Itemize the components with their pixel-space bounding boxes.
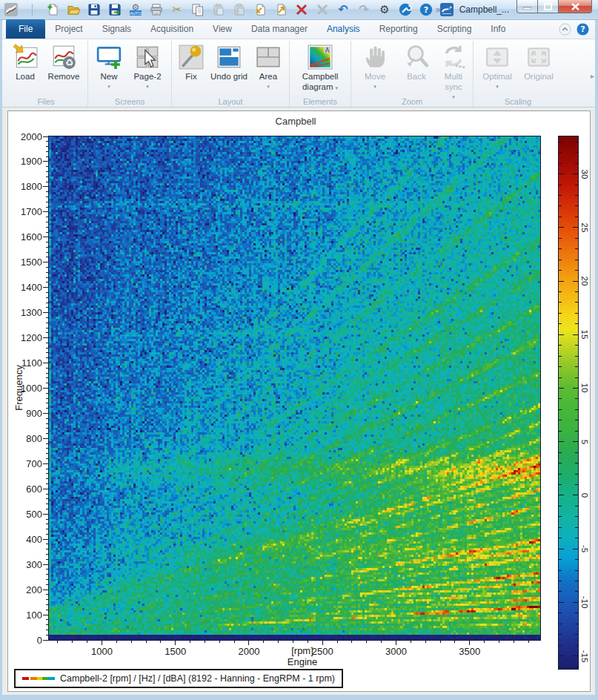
colorbar-tick <box>559 152 562 153</box>
colorbar-tick <box>575 217 578 217</box>
y-tick <box>46 247 49 248</box>
y-tick <box>46 503 49 504</box>
colorbar-tick <box>575 260 578 260</box>
y-tick <box>46 343 49 343</box>
toolbar-dropdown-caret[interactable]: ▾ <box>448 5 451 12</box>
colorbar-tick <box>559 624 562 624</box>
delete-gray-icon[interactable] <box>316 3 329 16</box>
x-tick <box>484 640 485 643</box>
colorbar-tick <box>559 570 562 571</box>
x-tick <box>205 640 205 643</box>
page-2-button[interactable]: Page-2 ▾ <box>127 43 168 89</box>
y-tick <box>46 252 49 253</box>
delete-icon[interactable] <box>295 3 308 16</box>
colorbar-tick <box>559 323 562 324</box>
multi-sync-button[interactable]: Multi sync ▾ <box>437 43 470 99</box>
load-button[interactable]: Load <box>7 43 43 83</box>
undo-icon[interactable]: ↶ <box>336 3 350 16</box>
dropdown-caret: ▾ <box>373 85 376 88</box>
y-tick-label: 300 <box>10 559 42 570</box>
redo-icon[interactable]: ↷ <box>357 3 371 16</box>
help-icon[interactable]: ? <box>577 23 589 36</box>
tab-reporting[interactable]: Reporting <box>370 20 428 39</box>
colorbar-tick <box>575 591 578 592</box>
tab-view[interactable]: View <box>203 20 242 39</box>
move-button[interactable]: Move ▾ <box>354 43 396 89</box>
remove-button[interactable]: ♻ Remove <box>43 43 84 83</box>
area-button[interactable]: Area ▾ <box>250 43 286 89</box>
export-icon[interactable] <box>274 3 288 16</box>
dropdown-caret[interactable]: ▾ <box>267 85 270 88</box>
undo-grid-button[interactable]: Undo grid <box>207 43 250 83</box>
help-icon[interactable]: ? <box>419 3 433 16</box>
tab-scripting[interactable]: Scripting <box>428 20 482 39</box>
area-grid-icon <box>255 44 282 70</box>
x-axis-name: Engine <box>273 656 332 667</box>
cut-icon[interactable]: ✂ <box>170 3 184 16</box>
fix-button[interactable]: Fix <box>175 43 207 83</box>
tools-icon[interactable] <box>399 3 412 16</box>
zoom-back-button[interactable]: Back <box>396 43 437 83</box>
tab-file[interactable]: File <box>6 19 45 39</box>
x-tick <box>87 640 87 643</box>
paste-special-icon[interactable] <box>233 3 246 16</box>
colorbar-tick <box>559 581 562 581</box>
print-icon[interactable] <box>150 3 163 16</box>
viewer-icon[interactable] <box>440 3 454 16</box>
colorbar-tick <box>575 474 578 475</box>
tab-acquisition[interactable]: Acquisition <box>141 20 203 39</box>
paste-icon[interactable] <box>212 3 225 16</box>
x-tick <box>351 640 352 643</box>
tab-signals[interactable]: Signals <box>93 20 141 39</box>
dropdown-caret[interactable]: ▾ <box>107 85 110 88</box>
save-as-icon[interactable] <box>108 3 122 16</box>
y-tick <box>46 624 49 625</box>
original-button[interactable]: Original <box>518 43 559 83</box>
x-tick <box>381 640 382 643</box>
y-tick-label: 600 <box>10 483 42 495</box>
button-label: Back <box>407 72 426 81</box>
y-tick <box>43 388 49 389</box>
open-file-icon[interactable] <box>67 3 80 16</box>
tab-analysis[interactable]: Analysis <box>317 20 370 39</box>
collapse-ribbon-icon[interactable] <box>559 23 571 36</box>
y-tick-label: 1900 <box>10 156 42 167</box>
y-tick <box>46 267 49 268</box>
dropdown-caret[interactable]: ▾ <box>336 85 339 90</box>
colorbar-tick <box>575 581 578 581</box>
settings-icon[interactable]: ⚙ <box>378 3 391 16</box>
close-button[interactable] <box>559 0 592 13</box>
x-tick <box>425 640 426 643</box>
app-logo-icon[interactable] <box>4 3 18 16</box>
legend-box[interactable]: Campbell-2 [rpm] / [Hz] / [dBA] (8192 - … <box>14 669 343 688</box>
ribbon-more-arrow[interactable]: ▸ <box>591 72 594 80</box>
colorbar-tick <box>575 398 578 399</box>
minimize-button[interactable] <box>516 0 538 13</box>
colorbar-tick <box>575 270 578 271</box>
auto-save-icon[interactable]: ⚙AUTO <box>129 3 142 16</box>
y-tick <box>46 323 49 323</box>
y-tick <box>46 217 49 217</box>
y-tick <box>46 332 49 333</box>
y-tick-label: 1700 <box>10 206 42 217</box>
optimal-button[interactable]: Optimal ▾ <box>476 43 518 89</box>
campbell-diagram-button[interactable]: A Campbell diagram▾ <box>293 43 348 93</box>
dropdown-caret[interactable]: ▾ <box>146 85 149 88</box>
x-tick <box>293 640 293 643</box>
tab-project[interactable]: Project <box>45 20 92 39</box>
y-tick <box>43 564 49 565</box>
import-icon[interactable] <box>253 3 267 16</box>
y-tick <box>43 489 49 489</box>
y-tick <box>46 303 49 303</box>
colorbar-tick <box>559 420 562 420</box>
maximize-button[interactable] <box>538 0 559 13</box>
tab-info[interactable]: Info <box>481 20 515 39</box>
tab-data-manager[interactable]: Data manager <box>242 20 317 39</box>
campbell-spectrogram[interactable] <box>49 136 540 640</box>
new-file-icon[interactable] <box>46 3 59 16</box>
copy-icon[interactable] <box>191 3 205 16</box>
toolbar-overflow-chevron[interactable]: » <box>436 4 441 15</box>
new-screen-button[interactable]: New ▾ <box>91 43 127 89</box>
legend-label: Campbell-2 [rpm] / [Hz] / [dBA] (8192 - … <box>60 673 335 684</box>
save-icon[interactable] <box>87 3 101 16</box>
